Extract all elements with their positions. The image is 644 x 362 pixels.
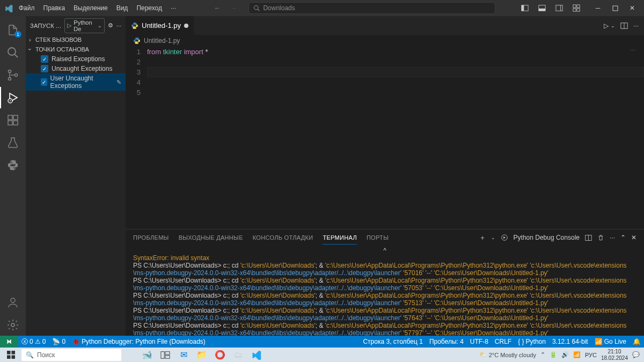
taskbar-mail-icon[interactable]: ✉ [175,348,192,362]
taskbar-explorer-icon[interactable]: 📁 [193,348,210,362]
code-lines[interactable]: from tkinter import * [147,47,644,229]
vscode-logo-icon [4,4,13,12]
run-icon[interactable]: ▷ [604,22,609,29]
status-python[interactable]: 3.12.1 64-bit [549,338,591,345]
svg-line-14 [14,54,18,57]
breakpoint-uncaught[interactable]: ✓Uncaught Exceptions [26,64,126,73]
menu-selection[interactable]: Выделение [70,2,112,14]
title-bar: Файл Правка Выделение Вид Переход ··· ← … [0,0,644,16]
panel-tab-debugconsole[interactable]: КОНСОЛЬ ОТЛАДКИ [253,231,313,244]
taskbar-vscode-icon[interactable] [248,348,265,362]
breakpoint-user-uncaught[interactable]: ✓User Uncaught Exceptions✎ [26,73,126,91]
layout-left-icon[interactable] [517,2,532,14]
taskbar-search[interactable]: 🔍Поиск [21,349,121,361]
tray-lang[interactable]: РУС [585,352,597,358]
gear-icon[interactable]: ⚙ [108,22,113,29]
tray-volume-icon[interactable]: 🔊 [561,351,569,358]
status-bell-icon[interactable]: 🔔 [630,338,644,345]
new-terminal-icon[interactable]: ＋ [479,233,486,242]
play-icon: ▷ [67,22,71,29]
menu-view[interactable]: Вид [113,2,132,14]
menu-file[interactable]: Файл [15,2,39,14]
svg-rect-31 [7,351,11,354]
panel-close-icon[interactable]: ✕ [631,234,636,241]
taskbar-opera-icon[interactable]: ⭕ [211,348,229,362]
panel-tab-ports[interactable]: ПОРТЫ [367,231,389,244]
tray-wifi-icon[interactable]: 📶 [573,351,581,358]
activity-settings-icon[interactable] [0,314,26,336]
maximize-icon[interactable] [608,2,623,14]
status-language[interactable]: { } Python [515,338,549,345]
layout-right-icon[interactable] [552,2,567,14]
panel-tab-terminal[interactable]: ТЕРМИНАЛ [323,231,356,245]
customize-layout-icon[interactable] [569,2,584,14]
panel-more-icon[interactable]: ··· [610,234,615,241]
activity-extensions-icon[interactable] [0,109,26,131]
close-icon[interactable]: ✕ [625,2,640,14]
status-spaces[interactable]: Пробелы: 4 [426,338,467,345]
status-debugger[interactable]: 🐞Python Debugger: Python File (Downloads… [69,338,209,345]
nav-back-icon[interactable]: ← [214,4,221,12]
breakpoint-raised[interactable]: ✓Raised Exceptions [26,54,126,64]
taskbar-weather[interactable]: ⛅2°C Mostly cloudy [479,351,536,358]
run-chevron-icon[interactable]: ⌄ [611,23,615,28]
start-button[interactable] [1,348,20,362]
breadcrumb[interactable]: Untitled-1.py [126,35,644,47]
status-golive[interactable]: 📶Go Live [591,338,630,345]
taskbar-clock[interactable]: 21:1018.02.2024 [601,349,628,361]
more-icon[interactable]: ··· [116,23,121,29]
panel-tab-output[interactable]: ВЫХОДНЫЕ ДАННЫЕ [179,231,243,244]
tab-untitled[interactable]: Untitled-1.py [126,16,194,35]
tray-battery-icon[interactable]: 🔋 [550,351,557,358]
modified-dot-icon [184,24,188,28]
status-eol[interactable]: CRLF [492,338,515,345]
shell-label[interactable]: Python Debug Console [514,234,580,241]
svg-rect-10 [573,9,576,11]
activity-python-icon[interactable] [0,154,26,176]
minimap[interactable]: --- [630,47,635,53]
activity-testing-icon[interactable] [0,132,26,153]
status-ports[interactable]: 📡0 [49,338,69,345]
search-icon: 🔍 [26,351,34,359]
taskbar-whale-icon[interactable]: 🐋 [138,348,156,362]
split-editor-icon[interactable] [620,22,628,29]
trash-icon[interactable] [597,234,604,241]
tray-notifications-icon[interactable]: 💬 [632,351,640,358]
activity-search-icon[interactable] [0,42,26,63]
svg-rect-23 [13,115,18,120]
weather-icon: ⛅ [479,351,487,358]
activity-account-icon[interactable] [0,292,26,313]
nav-forward-icon[interactable]: → [230,4,237,12]
status-cursor[interactable]: Строка 3, столбец 1 [360,338,426,345]
panel-tab-problems[interactable]: ПРОБЛЕМЫ [133,231,169,244]
minimize-icon[interactable]: ─ [590,2,605,14]
menu-more[interactable]: ··· [167,2,180,14]
command-center[interactable]: Downloads [248,2,495,14]
activity-explorer-icon[interactable]: 1 [0,19,26,41]
tray-chevron-icon[interactable]: ⌃ [540,351,545,358]
section-breakpoints[interactable]: ТОЧКИ ОСТАНОВА [26,45,126,54]
debug-config-dropdown[interactable]: ▷ Python De ⌄ [64,18,105,33]
pencil-icon[interactable]: ✎ [116,79,121,86]
chevron-up-icon[interactable]: ⌃ [620,234,626,241]
tab-more-icon[interactable]: ··· [633,22,639,29]
debug-shell-icon[interactable] [501,234,508,241]
section-callstack[interactable]: СТЕК ВЫЗОВОВ [26,35,126,45]
svg-rect-34 [11,355,15,359]
svg-point-24 [11,298,15,302]
layout-bottom-icon[interactable] [535,2,550,14]
search-text: Downloads [263,4,295,12]
terminal-content[interactable]: ^SyntaxError: invalid syntaxPS C:\Users\… [126,246,644,336]
menu-edit[interactable]: Правка [40,2,69,14]
activity-debug-icon[interactable] [0,87,26,108]
remote-icon[interactable] [0,336,18,348]
status-errors[interactable]: ⓧ0 ⚠0 [18,337,49,346]
code-editor[interactable]: 12345 from tkinter import * --- [126,47,644,229]
menu-go[interactable]: Переход [133,2,166,14]
activity-scm-icon[interactable] [0,64,26,86]
taskbar-app-icon[interactable]: 🗂 [230,348,247,362]
status-encoding[interactable]: UTF-8 [467,338,492,345]
terminal-chevron-icon[interactable]: ⌄ [491,235,495,240]
split-terminal-icon[interactable] [585,234,592,241]
taskbar-taskview-icon[interactable] [157,348,174,362]
